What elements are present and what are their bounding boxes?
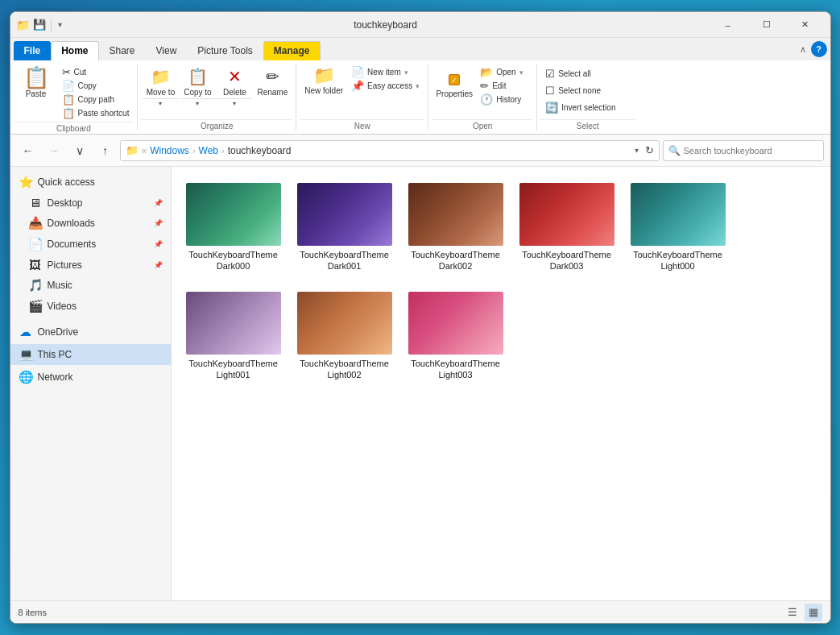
- copy-to-split: 📋 Copy to ▾: [180, 65, 215, 108]
- downloads-icon: 📥: [28, 216, 43, 230]
- ribbon-help-area: ∧ ?: [800, 41, 827, 60]
- easy-access-button[interactable]: 📌 Easy access ▾: [348, 79, 423, 93]
- thumb-img-light003: [408, 292, 503, 355]
- rename-button-wrap: ✏ Rename: [254, 65, 291, 101]
- paste-shortcut-icon: 📋: [62, 107, 75, 119]
- open-label: Open: [432, 119, 533, 131]
- help-button[interactable]: ?: [811, 41, 827, 57]
- new-folder-button[interactable]: 📁 New folder: [301, 65, 346, 114]
- tab-view[interactable]: View: [146, 41, 188, 60]
- sidebar-label-videos: Videos: [48, 301, 163, 312]
- prop-check-icon: ✓: [449, 74, 460, 85]
- item-count: 8 items: [19, 608, 47, 617]
- addr-windows[interactable]: Windows: [150, 145, 189, 156]
- save-icon: 💾: [33, 19, 46, 31]
- search-icon: 🔍: [668, 145, 681, 156]
- thumb-img-light002: [297, 292, 392, 355]
- select-content: ☑ Select all ☐ Select none 🔄 Invert sele…: [540, 64, 635, 118]
- file-explorer-window: 📁 💾 ▾ touchkeyboard – ☐ ✕ File Home Shar…: [10, 11, 831, 624]
- file-thumb-light000[interactable]: TouchKeyboardThemeLight000: [626, 176, 730, 279]
- history-button[interactable]: 🕐 History: [477, 93, 526, 106]
- delete-icon: ✕: [228, 67, 242, 86]
- tab-file[interactable]: File: [14, 41, 52, 60]
- sidebar-item-documents[interactable]: 📄 Documents 📌: [10, 234, 171, 255]
- select-none-button[interactable]: ☐ Select none: [542, 82, 633, 99]
- collapse-ribbon-button[interactable]: ∧: [800, 44, 806, 55]
- minimize-button[interactable]: –: [710, 15, 747, 35]
- sidebar-item-quick-access[interactable]: ⭐ Quick access: [10, 172, 171, 193]
- list-view-button[interactable]: ☰: [784, 604, 801, 621]
- delete-arrow[interactable]: ▾: [217, 98, 252, 108]
- file-thumb-dark001[interactable]: TouchKeyboardThemeDark001: [292, 176, 397, 279]
- up-button[interactable]: ↑: [94, 139, 117, 162]
- addr-dropdown-btn[interactable]: ▾: [635, 146, 639, 155]
- folder-icon: 📁: [17, 19, 30, 31]
- toolbar-area: ← → ∨ ↑ 📁 « Windows › Web › touchkeyboar…: [10, 135, 830, 167]
- sidebar-label-downloads: Downloads: [48, 218, 149, 229]
- file-thumb-light002[interactable]: TouchKeyboardThemeLight002: [292, 285, 397, 388]
- title-buttons: – ☐ ✕: [710, 15, 824, 35]
- move-to-arrow[interactable]: ▾: [143, 98, 178, 108]
- tab-share[interactable]: Share: [99, 41, 146, 60]
- search-input[interactable]: [684, 146, 818, 156]
- address-bar[interactable]: 📁 « Windows › Web › touchkeyboard ▾ ↻: [120, 140, 660, 161]
- sidebar-item-downloads[interactable]: 📥 Downloads 📌: [10, 213, 171, 234]
- open-small-btns: 📂 Open ▾ ✏ Edit 🕐 History: [477, 65, 526, 106]
- maximize-button[interactable]: ☐: [748, 15, 785, 35]
- move-to-icon: 📁: [151, 67, 171, 86]
- file-thumb-light003[interactable]: TouchKeyboardThemeLight003: [403, 285, 508, 388]
- sidebar-item-network[interactable]: 🌐 Network: [10, 367, 171, 388]
- close-button[interactable]: ✕: [787, 15, 824, 35]
- new-item-button[interactable]: 📄 New item ▾: [348, 65, 423, 79]
- thumb-img-dark001: [297, 183, 392, 246]
- paste-button[interactable]: 📋 Paste: [15, 65, 57, 114]
- sidebar-item-pictures[interactable]: 🖼 Pictures 📌: [10, 255, 171, 275]
- ribbon-group-new: 📁 New folder 📄 New item ▾ 📌 Easy access …: [296, 64, 428, 131]
- music-icon: 🎵: [28, 278, 43, 293]
- refresh-button[interactable]: ↻: [645, 144, 654, 156]
- open-button[interactable]: 📂 Open ▾: [477, 65, 526, 79]
- thumb-img-light001: [186, 292, 281, 355]
- sidebar-item-onedrive[interactable]: ☁ OneDrive: [10, 322, 171, 342]
- copy-label: Copy: [78, 81, 97, 90]
- file-thumb-light001[interactable]: TouchKeyboardThemeLight001: [181, 285, 286, 388]
- sidebar-item-videos[interactable]: 🎬 Videos: [10, 296, 171, 317]
- file-thumb-dark002[interactable]: TouchKeyboardThemeDark002: [403, 176, 508, 279]
- select-all-button[interactable]: ☑ Select all: [542, 65, 633, 82]
- tab-home[interactable]: Home: [51, 41, 98, 60]
- copy-to-button[interactable]: 📋 Copy to: [180, 65, 215, 98]
- sidebar-item-this-pc[interactable]: 💻 This PC: [10, 344, 171, 365]
- addr-sep3: ›: [221, 146, 225, 156]
- onedrive-icon: ☁: [19, 325, 33, 339]
- tab-picture-tools[interactable]: Picture Tools: [187, 41, 263, 60]
- back-button[interactable]: ←: [17, 139, 39, 162]
- this-pc-icon: 💻: [19, 347, 33, 362]
- cut-button[interactable]: ✂ Cut: [59, 65, 133, 79]
- paste-icon: 📋: [23, 67, 49, 88]
- copy-path-button[interactable]: 📋 Copy path: [59, 93, 133, 106]
- copy-to-arrow[interactable]: ▾: [180, 98, 215, 108]
- forward-button[interactable]: →: [43, 139, 65, 162]
- title-bar-left: 📁 💾 ▾: [17, 19, 62, 31]
- pictures-icon: 🖼: [28, 258, 43, 272]
- file-thumb-dark003[interactable]: TouchKeyboardThemeDark003: [515, 176, 619, 279]
- addr-web[interactable]: Web: [199, 145, 218, 156]
- rename-button[interactable]: ✏ Rename: [254, 65, 291, 101]
- invert-selection-button[interactable]: 🔄 Invert selection: [542, 99, 633, 116]
- sidebar-item-desktop[interactable]: 🖥 Desktop 📌: [10, 193, 171, 213]
- thumb-img-dark003: [519, 183, 614, 246]
- paste-shortcut-label: Paste shortcut: [78, 109, 130, 118]
- file-thumb-dark000[interactable]: TouchKeyboardThemeDark000: [181, 176, 286, 279]
- cut-label: Cut: [74, 68, 87, 77]
- properties-button[interactable]: ✓ Properties: [433, 65, 475, 115]
- grid-view-button[interactable]: ▦: [805, 604, 822, 621]
- new-small-btns: 📄 New item ▾ 📌 Easy access ▾: [348, 65, 423, 93]
- delete-button[interactable]: ✕ Delete: [217, 65, 252, 98]
- move-to-button[interactable]: 📁 Move to: [143, 65, 178, 98]
- tab-manage[interactable]: Manage: [263, 41, 321, 60]
- paste-shortcut-button[interactable]: 📋 Paste shortcut: [59, 106, 133, 120]
- recent-locations-button[interactable]: ∨: [68, 139, 91, 162]
- copy-button[interactable]: 📄 Copy: [59, 79, 133, 93]
- edit-button[interactable]: ✏ Edit: [477, 79, 526, 93]
- sidebar-item-music[interactable]: 🎵 Music: [10, 275, 171, 296]
